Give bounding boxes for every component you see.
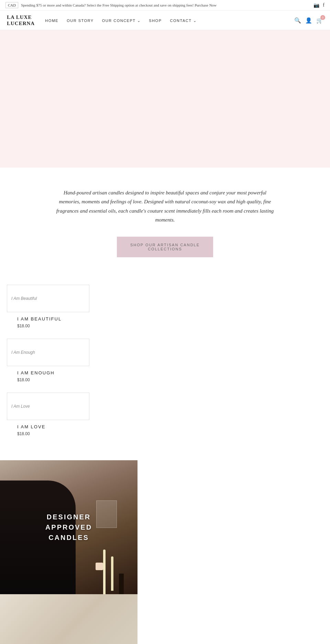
feature-overlay-text: DESIGNER APPROVED CANDLES [34, 512, 103, 543]
shop-collections-button[interactable]: SHOP OUR ARTISAN CANDLE COLLECTIONS [117, 237, 213, 257]
product-image-label-enough: I Am Enough [11, 350, 35, 355]
product-image-label-love: I Am Love [11, 404, 30, 409]
product-item-enough: I Am Enough I AM ENOUGH $18.00 [7, 339, 323, 382]
hero-section [0, 30, 330, 168]
nav-item-home[interactable]: HOME [45, 17, 58, 23]
product-price-enough: $18.00 [17, 377, 323, 382]
product-name-love: I AM LOVE [17, 424, 323, 429]
nav-item-our-story[interactable]: OUR STORY [67, 17, 94, 23]
product-image-beautiful[interactable]: I Am Beautiful [7, 285, 89, 312]
nav-right: 🔍 👤 🛒 0 [294, 17, 323, 24]
search-icon[interactable]: 🔍 [294, 17, 301, 24]
nav-item-shop[interactable]: SHOP [149, 17, 162, 23]
main-nav: LA LUXE LUCERNA HOME OUR STORY OUR CONCE… [0, 11, 330, 30]
nav-links: HOME OUR STORY OUR CONCEPT ⌄ SHOP CONTAC… [45, 17, 294, 23]
banner-left: CAD Spending $75 or more and within Cana… [6, 2, 217, 8]
product-item-beautiful: I Am Beautiful I AM BEAUTIFUL $18.00 [7, 285, 323, 328]
product-price-beautiful: $18.00 [17, 324, 323, 328]
product-image-love[interactable]: I Am Love [7, 393, 89, 420]
banner-message: Spending $75 or more and within Canada? … [21, 3, 217, 7]
description-section: Hand-poured artisan candles designed to … [0, 168, 330, 278]
top-banner: CAD Spending $75 or more and within Cana… [0, 0, 330, 11]
product-image-enough[interactable]: I Am Enough [7, 339, 89, 366]
account-icon[interactable]: 👤 [305, 17, 312, 24]
logo[interactable]: LA LUXE LUCERNA [7, 14, 35, 26]
candle-jar [96, 563, 103, 570]
nav-item-contact[interactable]: CONTACT ⌄ [170, 17, 197, 23]
facebook-icon[interactable]: f [323, 2, 324, 8]
product-price-love: $18.00 [17, 431, 323, 436]
description-text: Hand-poured artisan candles designed to … [55, 188, 275, 224]
social-icons: 📷 f [314, 2, 324, 8]
candle-2 [111, 556, 113, 591]
candle-1 [103, 550, 106, 594]
product-name-beautiful: I AM BEAUTIFUL [17, 316, 323, 321]
designer-approved-image: DESIGNER APPROVED CANDLES [0, 460, 138, 594]
product-item-love: I Am Love I AM LOVE $18.00 [7, 393, 323, 436]
cart-badge: 0 [320, 15, 325, 20]
currency-selector[interactable]: CAD [6, 2, 18, 8]
instagram-icon[interactable]: 📷 [314, 2, 319, 8]
nav-item-our-concept[interactable]: OUR CONCEPT ⌄ [102, 17, 141, 23]
product-image-label-beautiful: I Am Beautiful [11, 296, 37, 301]
candle-holder [119, 574, 124, 594]
second-feature-image [0, 594, 138, 644]
feature-section: DESIGNER APPROVED CANDLES [0, 460, 330, 644]
products-section: I Am Beautiful I AM BEAUTIFUL $18.00 I A… [0, 278, 330, 460]
product-name-enough: I AM ENOUGH [17, 370, 323, 375]
cart-icon[interactable]: 🛒 0 [316, 17, 323, 24]
